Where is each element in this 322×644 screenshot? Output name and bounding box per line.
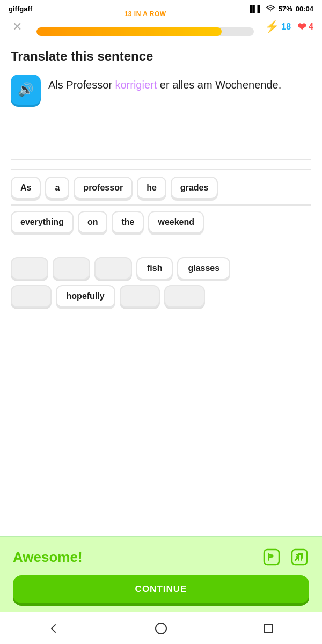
word-row-1: As a professor he grades [11,177,311,206]
sentence-row: 🔊 Als Professor korrigiert er alles am W… [11,75,311,105]
key-glasses[interactable]: glasses [177,257,230,280]
answer-area [11,118,311,160]
german-sentence: Als Professor korrigiert er alles am Woc… [48,75,281,93]
word-chip-weekend[interactable]: weekend [148,211,204,233]
close-button[interactable]: ✕ [9,18,26,35]
time-text: 00:04 [296,5,313,13]
bolt-icon: ⚡ [265,20,279,34]
heart-count: 4 [309,22,313,32]
top-nav: ✕ 13 IN A ROW ⚡ 18 ❤ 4 [0,16,322,40]
awesome-label: Awesome! [13,549,83,566]
flag-icon[interactable] [262,547,281,567]
audio-button[interactable]: 🔊 [11,75,41,105]
word-chip-everything[interactable]: everything [11,211,74,233]
svg-rect-1 [268,553,269,561]
svg-point-3 [156,623,166,634]
carrier-text: giffgaff [9,5,32,13]
highlight-word: korrigiert [115,79,157,91]
continue-button[interactable]: CONTINUE [13,575,309,603]
word-chip-on[interactable]: on [78,211,108,233]
key-disabled-5 [120,285,160,308]
progress-fill [36,27,222,36]
feedback-header: Awesome! [13,547,309,567]
feedback-icons [262,547,309,567]
progress-bar [36,27,254,36]
key-disabled-1 [11,257,48,280]
key-disabled-2 [53,257,90,280]
share-icon[interactable] [290,547,309,567]
sentence-end: er alles am Wochenende. [157,79,281,91]
word-chip-a[interactable]: a [45,177,69,199]
main-content: Translate this sentence 🔊 Als Professor … [0,40,322,253]
bolt-count: 18 [281,22,291,32]
signal-icon: ▐▌▌ [247,5,262,13]
heart-badge: ❤ 4 [297,20,313,33]
wifi-icon [266,4,275,13]
keyboard-row-2: hopefully [11,285,311,308]
key-disabled-6 [164,285,205,308]
keyboard-area: fish glasses hopefully [0,253,322,308]
svg-rect-2 [292,550,307,565]
word-chip-as[interactable]: As [11,177,41,199]
home-nav-button[interactable] [150,618,172,639]
word-row-2: everything on the weekend [11,211,311,239]
key-fish[interactable]: fish [136,257,173,280]
feedback-banner: Awesome! CO [0,536,322,612]
heart-icon: ❤ [297,20,306,33]
status-right: ▐▌▌ 57% 00:04 [247,4,313,13]
recent-nav-button[interactable] [258,618,279,639]
svg-rect-4 [264,624,273,633]
streak-label: 13 IN A ROW [125,10,166,18]
bolt-badge: ⚡ 18 [265,20,291,34]
key-disabled-4 [11,285,52,308]
battery-text: 57% [279,5,292,13]
key-disabled-3 [94,257,132,280]
word-chip-he[interactable]: he [137,177,166,199]
keyboard-row-1: fish glasses [11,257,311,280]
section-title: Translate this sentence [11,49,311,64]
sentence-start: Als Professor [48,79,115,91]
word-bank: As a professor he grades everything on t… [11,169,311,239]
back-nav-button[interactable] [43,618,64,639]
word-chip-professor[interactable]: professor [74,177,133,199]
word-chip-the[interactable]: the [112,211,144,233]
key-hopefully[interactable]: hopefully [56,285,115,308]
word-chip-grades[interactable]: grades [171,177,218,199]
nav-bar [0,612,322,644]
speaker-icon: 🔊 [18,82,34,97]
